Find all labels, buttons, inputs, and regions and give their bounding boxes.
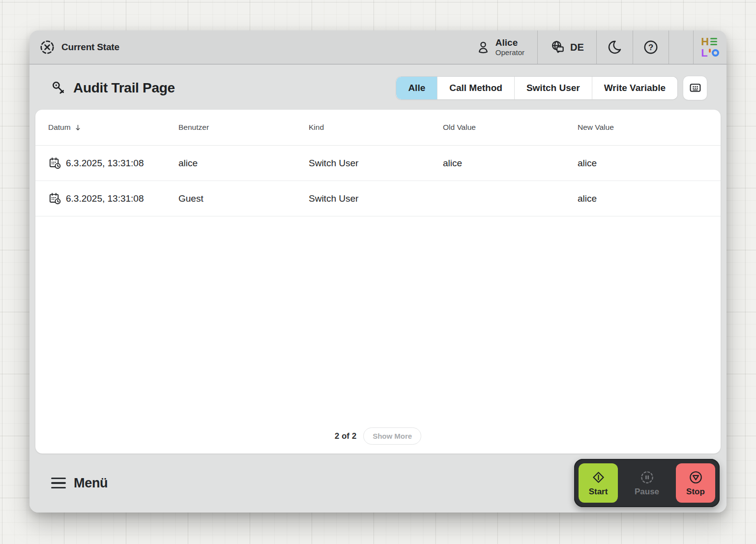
- stop-label: Stop: [686, 487, 705, 497]
- table-header-row: Datum Benutzer Kind Old Value New Value: [35, 110, 721, 146]
- user-text: Alice Operator: [495, 37, 524, 57]
- column-label: New Value: [578, 123, 614, 132]
- stop-button[interactable]: Stop: [676, 463, 715, 503]
- tab-write-variable[interactable]: Write Variable: [592, 77, 677, 99]
- logo-row-bottom: L: [701, 48, 719, 58]
- current-state-icon: [39, 39, 55, 55]
- help-icon: ?: [643, 39, 659, 55]
- table-row: 6.3.2025, 13:31:08 alice Switch User ali…: [35, 146, 721, 181]
- language-code: DE: [570, 42, 584, 53]
- stop-icon: [688, 470, 703, 485]
- cell-kind: Switch User: [309, 193, 443, 204]
- titlebar-spacer: [669, 30, 693, 64]
- brand-logo-grid: H L: [701, 37, 719, 58]
- logo-letter-h: H: [701, 37, 709, 47]
- logo-row-top: H: [701, 37, 719, 47]
- app-window: Current State Alice Operator: [29, 30, 727, 513]
- titlebar-right: Alice Operator DE: [465, 30, 727, 64]
- sort-desc-arrow-icon: [74, 123, 82, 132]
- calendar-clock-icon: [48, 192, 61, 205]
- key-icon: [51, 80, 66, 95]
- row-count-label: 2 of 2: [335, 431, 356, 441]
- menu-label: Menü: [74, 476, 108, 491]
- datum-value: 6.3.2025, 13:31:08: [66, 158, 144, 169]
- user-icon: [476, 40, 491, 55]
- moon-icon: [607, 39, 623, 55]
- pause-label: Pause: [635, 487, 659, 497]
- brand-logo: H L: [693, 30, 727, 64]
- tab-call-method[interactable]: Call Method: [437, 77, 514, 99]
- tab-alle[interactable]: Alle: [396, 77, 437, 99]
- bottom-bar: Menü Start: [29, 453, 727, 513]
- keyboard-button[interactable]: [683, 76, 707, 100]
- user-name: Alice: [495, 37, 518, 48]
- pause-icon: [640, 470, 655, 485]
- language-globe-icon: [550, 39, 566, 55]
- column-label: Kind: [309, 123, 324, 132]
- page-header: Audit Trail Page Alle Call Method Switch…: [29, 64, 727, 99]
- pagination: 2 of 2 Show More: [35, 427, 721, 453]
- window-title: Current State: [61, 42, 119, 53]
- titlebar-left: Current State: [29, 30, 119, 64]
- tab-switch-user[interactable]: Switch User: [514, 77, 592, 99]
- filters-wrap: Alle Call Method Switch User Write Varia…: [396, 76, 707, 100]
- hamburger-icon: [51, 478, 66, 488]
- audit-table-card: Datum Benutzer Kind Old Value New Value: [35, 110, 721, 453]
- cell-benutzer: Guest: [178, 193, 309, 204]
- language-button[interactable]: DE: [537, 30, 596, 64]
- cell-old-value: alice: [443, 158, 578, 169]
- titlebar: Current State Alice Operator: [29, 30, 727, 64]
- cell-datum: 6.3.2025, 13:31:08: [48, 156, 178, 170]
- column-header-kind[interactable]: Kind: [309, 123, 443, 132]
- start-icon: [591, 470, 606, 485]
- logo-tick-icon: [709, 49, 711, 53]
- cell-kind: Switch User: [309, 158, 443, 169]
- user-role: Operator: [495, 48, 524, 57]
- page-title-wrap: Audit Trail Page: [51, 80, 175, 96]
- cell-benutzer: alice: [178, 158, 309, 169]
- logo-letter-l: L: [701, 48, 707, 58]
- logo-letter-e-bars-icon: [710, 38, 717, 45]
- cell-new-value: alice: [578, 193, 708, 204]
- table-row: 6.3.2025, 13:31:08 Guest Switch User ali…: [35, 181, 721, 216]
- column-label: Old Value: [443, 123, 476, 132]
- cell-new-value: alice: [578, 158, 708, 169]
- page-title: Audit Trail Page: [73, 80, 175, 96]
- dark-mode-button[interactable]: [596, 30, 633, 64]
- calendar-clock-icon: [48, 156, 61, 170]
- column-header-datum[interactable]: Datum: [48, 123, 178, 132]
- run-controls: Start Pause: [574, 459, 720, 507]
- keyboard-icon: [689, 81, 702, 94]
- help-button[interactable]: ?: [633, 30, 669, 64]
- column-header-benutzer[interactable]: Benutzer: [178, 123, 309, 132]
- page-content: Audit Trail Page Alle Call Method Switch…: [29, 64, 727, 513]
- start-label: Start: [589, 487, 608, 497]
- user-menu-button[interactable]: Alice Operator: [465, 30, 537, 64]
- show-more-button[interactable]: Show More: [363, 427, 421, 445]
- datum-value: 6.3.2025, 13:31:08: [66, 193, 144, 204]
- column-label: Benutzer: [178, 123, 209, 132]
- column-header-new-value[interactable]: New Value: [578, 123, 708, 132]
- column-header-old-value[interactable]: Old Value: [443, 123, 578, 132]
- column-label: Datum: [48, 123, 71, 132]
- cell-datum: 6.3.2025, 13:31:08: [48, 192, 178, 205]
- logo-letter-o-icon: [712, 49, 719, 57]
- svg-text:?: ?: [648, 43, 653, 52]
- menu-button[interactable]: Menü: [51, 476, 108, 491]
- start-button[interactable]: Start: [579, 463, 618, 503]
- pause-button[interactable]: Pause: [627, 463, 667, 503]
- filter-tab-group: Alle Call Method Switch User Write Varia…: [396, 77, 677, 99]
